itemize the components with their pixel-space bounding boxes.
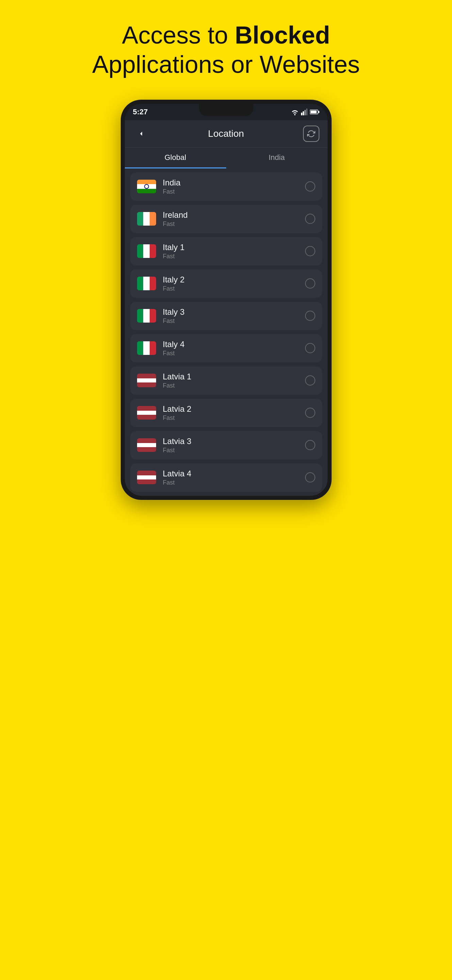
location-speed: Fast: [163, 318, 305, 325]
status-time: 5:27: [133, 108, 148, 116]
location-info-italy3: Italy 3 Fast: [163, 307, 305, 325]
radio-italy2[interactable]: [305, 278, 315, 288]
location-speed: Fast: [163, 414, 305, 422]
hero-section: Access to Blocked Applications or Websit…: [65, 0, 387, 93]
svg-rect-6: [318, 111, 319, 113]
location-item-italy1[interactable]: Italy 1 Fast: [130, 237, 322, 266]
tabs: Global India: [125, 148, 328, 169]
location-speed: Fast: [163, 221, 305, 228]
back-button[interactable]: [133, 126, 149, 142]
radio-ireland[interactable]: [305, 214, 315, 224]
location-name: Italy 1: [163, 243, 305, 252]
refresh-button[interactable]: [303, 126, 319, 142]
location-info-india: India Fast: [163, 178, 305, 195]
radio-india[interactable]: [305, 181, 315, 192]
radio-italy4[interactable]: [305, 343, 315, 353]
flag-italy1: [137, 244, 156, 258]
location-info-italy2: Italy 2 Fast: [163, 275, 305, 292]
location-info-latvia1: Latvia 1 Fast: [163, 372, 305, 389]
flag-italy3: [137, 309, 156, 323]
location-item-india[interactable]: India Fast: [130, 172, 322, 201]
hero-bold: Blocked: [235, 21, 330, 49]
flag-ireland: [137, 212, 156, 226]
hero-line2: Applications or Websites: [92, 51, 360, 78]
svg-rect-3: [305, 110, 306, 115]
svg-rect-2: [303, 111, 304, 115]
phone-mockup: 5:27: [121, 100, 331, 916]
svg-rect-4: [306, 108, 308, 115]
location-info-italy1: Italy 1 Fast: [163, 243, 305, 260]
hero-line1: Access to Blocked: [122, 21, 330, 49]
location-speed: Fast: [163, 479, 305, 486]
location-name: Latvia 3: [163, 437, 305, 446]
flag-latvia1: [137, 374, 156, 387]
location-speed: Fast: [163, 188, 305, 195]
flag-india: [137, 180, 156, 193]
svg-point-0: [294, 114, 295, 115]
svg-rect-1: [301, 113, 302, 115]
tab-india[interactable]: India: [226, 148, 328, 169]
location-info-latvia2: Latvia 2 Fast: [163, 404, 305, 422]
back-icon: [137, 130, 145, 138]
radio-italy3[interactable]: [305, 311, 315, 321]
svg-rect-7: [311, 111, 317, 113]
flag-italy4: [137, 341, 156, 355]
phone-inner: 5:27: [125, 104, 328, 496]
radio-latvia3[interactable]: [305, 440, 315, 450]
location-name: India: [163, 178, 305, 188]
radio-latvia1[interactable]: [305, 375, 315, 385]
location-item-italy4[interactable]: Italy 4 Fast: [130, 334, 322, 363]
flag-latvia4: [137, 471, 156, 484]
flag-latvia2: [137, 406, 156, 420]
location-item-latvia1[interactable]: Latvia 1 Fast: [130, 366, 322, 395]
location-speed: Fast: [163, 253, 305, 260]
location-name: Latvia 4: [163, 469, 305, 479]
flag-italy2: [137, 277, 156, 290]
location-list: India Fast Ireland Fast: [125, 169, 328, 496]
location-item-latvia4[interactable]: Latvia 4 Fast: [130, 463, 322, 492]
radio-latvia4[interactable]: [305, 472, 315, 482]
location-name: Italy 4: [163, 340, 305, 349]
tab-global[interactable]: Global: [125, 148, 226, 169]
location-name: Italy 3: [163, 307, 305, 317]
location-info-ireland: Ireland Fast: [163, 210, 305, 228]
location-info-latvia3: Latvia 3 Fast: [163, 437, 305, 454]
refresh-icon: [307, 130, 315, 138]
location-speed: Fast: [163, 382, 305, 389]
location-name: Latvia 1: [163, 372, 305, 382]
flag-latvia3: [137, 438, 156, 452]
location-name: Italy 2: [163, 275, 305, 285]
location-name: Latvia 2: [163, 404, 305, 414]
location-item-ireland[interactable]: Ireland Fast: [130, 205, 322, 233]
status-icons: [291, 108, 319, 115]
wifi-icon: [291, 108, 299, 115]
location-item-latvia3[interactable]: Latvia 3 Fast: [130, 431, 322, 460]
radio-latvia2[interactable]: [305, 408, 315, 418]
app-header: Location: [125, 120, 328, 148]
header-title: Location: [208, 128, 244, 139]
phone-outer: 5:27: [121, 100, 331, 500]
signal-icon: [301, 108, 308, 115]
radio-italy1[interactable]: [305, 246, 315, 256]
location-speed: Fast: [163, 350, 305, 357]
phone-notch: [199, 104, 254, 116]
location-info-latvia4: Latvia 4 Fast: [163, 469, 305, 486]
location-speed: Fast: [163, 447, 305, 454]
location-item-italy3[interactable]: Italy 3 Fast: [130, 302, 322, 330]
battery-icon: [310, 109, 319, 115]
location-speed: Fast: [163, 285, 305, 292]
location-name: Ireland: [163, 210, 305, 220]
location-info-italy4: Italy 4 Fast: [163, 340, 305, 357]
location-item-latvia2[interactable]: Latvia 2 Fast: [130, 399, 322, 427]
location-item-italy2[interactable]: Italy 2 Fast: [130, 269, 322, 298]
